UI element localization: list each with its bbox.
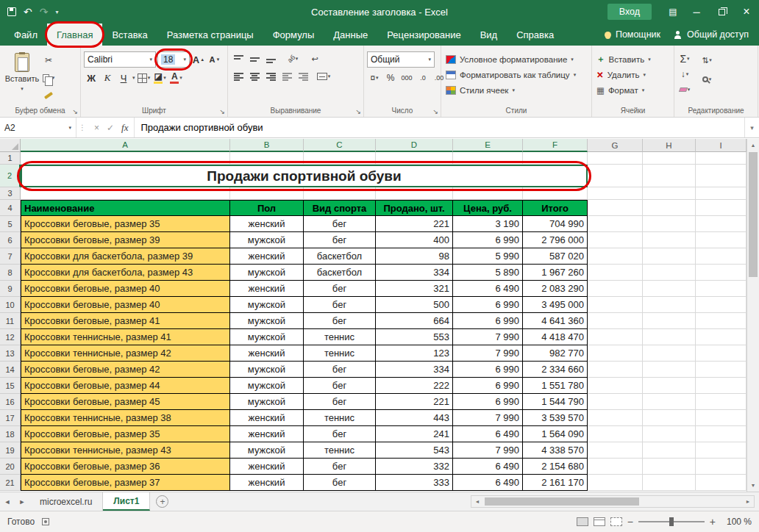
tab-Справка[interactable]: Справка (507, 24, 563, 46)
cell-A21[interactable]: Кроссовки беговые, размер 37 (21, 475, 230, 491)
cell-E7[interactable]: 5 990 (453, 248, 523, 265)
cell-D17[interactable]: 443 (376, 410, 453, 426)
tab-Разметка страницы[interactable]: Разметка страницы (157, 24, 263, 46)
sheet-nav-right[interactable]: ► (15, 492, 29, 511)
cell-G16[interactable] (588, 394, 643, 410)
column-header-C[interactable]: C (304, 139, 376, 152)
cell-B9[interactable]: женский (230, 281, 304, 297)
cell-D7[interactable]: 98 (376, 248, 453, 265)
cell-B15[interactable]: мужской (230, 378, 304, 394)
new-sheet-button[interactable]: + (156, 495, 168, 508)
cell-I3[interactable] (696, 187, 746, 200)
cell-F7[interactable]: 587 020 (523, 248, 588, 265)
cell-B1[interactable] (230, 152, 304, 165)
cell-E19[interactable]: 7 990 (453, 442, 523, 459)
ribbon-display-options-button[interactable]: ▤ (662, 7, 684, 17)
cell-E1[interactable] (453, 152, 523, 165)
cell-A8[interactable]: Кроссовки для баскетбола, размер 43 (21, 265, 230, 281)
cell-D15[interactable]: 222 (376, 378, 453, 394)
sheet-nav-left[interactable]: ◄ (0, 492, 15, 511)
cell-F16[interactable]: 1 544 790 (523, 394, 588, 410)
autosum-button[interactable]: Σ▾ (677, 51, 692, 66)
cell-E13[interactable]: 7 990 (453, 345, 523, 362)
cell-I21[interactable] (696, 475, 746, 491)
helper-button[interactable]: Помощник (605, 29, 660, 40)
cell-I17[interactable] (696, 410, 746, 426)
cell-I19[interactable] (696, 442, 746, 459)
cell-G20[interactable] (588, 459, 643, 475)
find-select-button[interactable]: ▾ (699, 72, 714, 87)
cell-B19[interactable]: мужской (230, 442, 304, 459)
cell-I15[interactable] (696, 378, 746, 394)
cell-C8[interactable]: баскетбол (304, 265, 376, 281)
cell-B12[interactable]: мужской (230, 329, 304, 345)
delete-cells-button[interactable]: ✕ Удалить▾ (595, 67, 671, 82)
cell-G10[interactable] (588, 297, 643, 313)
cell-D14[interactable]: 334 (376, 362, 453, 378)
cell-I16[interactable] (696, 394, 746, 410)
row-header-1[interactable]: 1 (0, 152, 21, 165)
align-top-button[interactable] (231, 51, 246, 66)
cell-A6[interactable]: Кроссовки беговые, размер 39 (21, 232, 230, 248)
font-size-combo[interactable]: 18▾ (157, 51, 190, 68)
cell-E8[interactable]: 5 890 (453, 265, 523, 281)
row-header-3[interactable]: 3 (0, 187, 21, 200)
expand-formula-bar-button[interactable]: ▾ (744, 118, 759, 137)
cell-B20[interactable]: женский (230, 459, 304, 475)
cell-D19[interactable]: 543 (376, 442, 453, 459)
cell-A2[interactable]: Продажи спортивной обуви (21, 165, 588, 187)
align-bottom-button[interactable] (263, 51, 278, 66)
cell-F13[interactable]: 982 770 (523, 345, 588, 362)
cell-I6[interactable] (696, 232, 746, 248)
cell-D11[interactable]: 664 (376, 313, 453, 329)
insert-cells-button[interactable]: ＋ Вставить▾ (595, 51, 671, 67)
increase-decimal-button[interactable]: .0 (416, 71, 430, 85)
cell-G12[interactable] (588, 329, 643, 345)
sort-filter-button[interactable]: ⇅▾ (699, 53, 714, 68)
cell-H1[interactable] (643, 152, 696, 165)
cell-F21[interactable]: 2 161 170 (523, 475, 588, 491)
cell-G4[interactable] (588, 200, 643, 216)
merge-center-button[interactable]: ▾ (316, 69, 331, 84)
copy-button[interactable]: ▾ (41, 71, 56, 85)
zoom-slider-thumb[interactable] (669, 517, 674, 526)
cell-G9[interactable] (588, 281, 643, 297)
cell-H14[interactable] (643, 362, 696, 378)
cell-I10[interactable] (696, 297, 746, 313)
fill-button[interactable]: ↓▾ (677, 67, 692, 82)
redo-button[interactable]: ↷ (40, 7, 49, 17)
cell-H17[interactable] (643, 410, 696, 426)
row-header-12[interactable]: 12 (0, 329, 21, 345)
decrease-indent-button[interactable] (279, 69, 294, 84)
cell-C14[interactable]: бег (304, 362, 376, 378)
row-header-14[interactable]: 14 (0, 362, 21, 378)
underline-button[interactable]: Ч (116, 71, 131, 85)
cell-C4[interactable]: Вид спорта (304, 200, 376, 216)
row-header-10[interactable]: 10 (0, 297, 21, 313)
customize-qat-button[interactable]: ▾ (55, 9, 58, 15)
row-header-7[interactable]: 7 (0, 248, 21, 265)
cell-H5[interactable] (643, 216, 696, 232)
cut-button[interactable]: ✂ (41, 53, 56, 68)
cell-E3[interactable] (453, 187, 523, 200)
cell-A20[interactable]: Кроссовки беговые, размер 36 (21, 459, 230, 475)
fill-color-button[interactable]: ◪▾ (153, 71, 168, 85)
column-header-H[interactable]: H (643, 139, 696, 152)
cell-B17[interactable]: женский (230, 410, 304, 426)
row-header-11[interactable]: 11 (0, 313, 21, 329)
row-header-21[interactable]: 21 (0, 475, 21, 491)
minimize-button[interactable]: ─ (684, 0, 709, 24)
column-header-D[interactable]: D (376, 139, 453, 152)
cell-C10[interactable]: бег (304, 297, 376, 313)
bold-button[interactable]: Ж (84, 71, 99, 85)
cell-H9[interactable] (643, 281, 696, 297)
cell-I20[interactable] (696, 459, 746, 475)
cell-A19[interactable]: Кроссовки теннисные, размер 43 (21, 442, 230, 459)
cell-I18[interactable] (696, 426, 746, 442)
cell-D4[interactable]: Продано, шт. (376, 200, 453, 216)
cell-A3[interactable] (21, 187, 230, 200)
cell-D18[interactable]: 241 (376, 426, 453, 442)
orientation-button[interactable]: аб▾ (285, 51, 300, 66)
cell-F5[interactable]: 704 990 (523, 216, 588, 232)
cell-C13[interactable]: теннис (304, 345, 376, 362)
